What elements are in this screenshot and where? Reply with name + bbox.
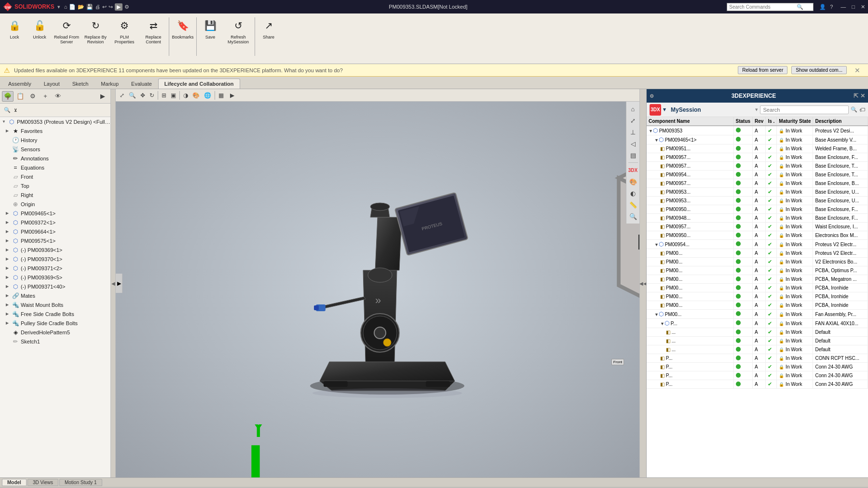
search-bar[interactable]: 🔍 <box>727 3 814 11</box>
table-row[interactable]: ◧ PM00957...A✔🔒 In WorkBase Enclosure, F… <box>647 153 868 162</box>
display-style-btn[interactable]: ◑ <box>181 90 190 101</box>
table-row[interactable]: ▼⬡ PM00...A✔🔒 In WorkFan Assembly, Pr... <box>647 310 868 319</box>
table-row[interactable]: ◧ PM00950...A✔🔒 In WorkElectronics Box M… <box>647 231 868 240</box>
redo-icon[interactable]: ↪ <box>108 4 113 10</box>
property-manager-btn[interactable]: 📋 <box>14 91 26 102</box>
reload-server-button[interactable]: ⟳ Reload From Server <box>52 15 81 47</box>
tree-item-waist-bolts[interactable]: ▶ 🔩 Waist Mount Bolts <box>0 300 110 309</box>
share-button[interactable]: ↗ Share <box>256 15 281 42</box>
search-input[interactable] <box>729 4 797 10</box>
tree-item-pm009372[interactable]: ▶ ⬡ PM009372<1> <box>0 218 110 227</box>
open-icon[interactable]: 📂 <box>78 4 84 10</box>
bottom-tab-3d-views[interactable]: 3D Views <box>27 479 58 486</box>
row-expand-icon[interactable]: ▼ <box>660 321 665 326</box>
close-btn[interactable]: ✕ <box>861 4 865 10</box>
expand-arrow-btn[interactable]: ▶ <box>97 91 108 102</box>
section-view-btn[interactable]: ▦ <box>217 90 226 101</box>
help-icon[interactable]: ? <box>830 4 833 10</box>
table-row[interactable]: ◧ PM00953...A✔🔒 In WorkBase Enclosure, U… <box>647 197 868 205</box>
pan-btn[interactable]: ✥ <box>138 90 147 101</box>
row-expand-icon[interactable]: ▼ <box>654 242 659 247</box>
table-row[interactable]: ◧ PM00951...A✔🔒 In WorkWelded Frame, B..… <box>647 145 868 153</box>
tab-assembly[interactable]: Assembly <box>2 79 38 89</box>
table-row[interactable]: ◧ PM00953...A✔🔒 In WorkBase Enclosure, U… <box>647 188 868 197</box>
tree-item-derived[interactable]: ◈ DerivedHolePattern5 <box>0 328 110 337</box>
tree-item-equations[interactable]: = Equations <box>0 163 110 172</box>
tree-item-sketch1[interactable]: ✏ Sketch1 <box>0 337 110 346</box>
tree-item-favorites[interactable]: ▶ ★ Favorites <box>0 126 110 135</box>
undo-icon[interactable]: ↩ <box>102 4 107 10</box>
tab-sketch[interactable]: Sketch <box>66 79 95 89</box>
tree-root[interactable]: ▼ ⬡ PM009353 (Proteus V2 Design) <Full S… <box>0 117 110 126</box>
table-row[interactable]: ◧ PM00957...A✔🔒 In WorkBase Enclosure, T… <box>647 162 868 171</box>
right-search-icon[interactable]: 🔍 <box>851 106 857 113</box>
zoom-fit-btn[interactable]: ⤢ <box>118 90 126 101</box>
table-row[interactable]: ◧ PM00950...A✔🔒 In WorkBase Enclosure, F… <box>647 205 868 214</box>
tree-item-mates[interactable]: ▶ 🔗 Mates <box>0 291 110 300</box>
tree-item-pm009371b[interactable]: ▶ ⬡ (-) PM009371<40> <box>0 282 110 291</box>
table-row[interactable]: ◧ PM00948...A✔🔒 In WorkBase Enclosure, F… <box>647 214 868 223</box>
right-panel-settings-icon[interactable]: ⚙ <box>650 93 654 99</box>
notif-close-btn[interactable]: ✕ <box>851 66 864 75</box>
table-row[interactable]: ◧ PM00...A✔🔒 In WorkPCBA, Optimus P... <box>647 266 868 275</box>
table-row[interactable]: ◧ ...A✔🔒 In WorkDefault <box>647 345 868 354</box>
tree-item-front[interactable]: ▱ Front <box>0 172 110 181</box>
options-icon[interactable]: ⚙ <box>124 4 129 10</box>
refresh-button[interactable]: ↺ Refresh MySession <box>223 15 254 47</box>
user-icon[interactable]: 👤 <box>819 4 826 10</box>
3dx-display-btn[interactable]: 3DX <box>628 165 638 175</box>
tree-item-top[interactable]: ▱ Top <box>0 181 110 190</box>
table-row[interactable]: ◧ ...A✔🔒 In WorkDefault <box>647 328 868 337</box>
zoom-to-fit-btn[interactable]: ⤢ <box>628 115 638 126</box>
table-row[interactable]: ◧ P...A✔🔒 In WorkConn 24-30 AWG <box>647 380 868 389</box>
table-row[interactable]: ◧ PM00...A✔🔒 In WorkPCBA, Ironhide <box>647 301 868 310</box>
palette-btn[interactable]: 🎨 <box>628 176 638 187</box>
tree-item-free-side[interactable]: ▶ 🔩 Free Side Cradle Bolts <box>0 309 110 318</box>
home-view-btn[interactable]: ⌂ <box>628 104 638 114</box>
table-row[interactable]: ◧ PM00957...A✔🔒 In WorkBase Enclosure, B… <box>647 179 868 188</box>
row-expand-icon[interactable]: ▼ <box>654 312 659 317</box>
table-row[interactable]: ▼⬡ PM00954...A✔🔒 In WorkProteus V2 Elect… <box>647 240 868 249</box>
view-orient-btn[interactable]: ⊞ <box>160 90 168 101</box>
tree-item-pm009664[interactable]: ▶ ⬡ PM009664<1> <box>0 227 110 236</box>
tree-item-pm009370[interactable]: ▶ ⬡ (-) PM009370<1> <box>0 254 110 264</box>
table-row[interactable]: ▼⬡ P...A✔🔒 In WorkFAN AXIAL 40X10... <box>647 319 868 328</box>
rotate-btn[interactable]: ↻ <box>148 90 156 101</box>
minimize-btn[interactable]: — <box>841 4 846 10</box>
replace-content-button[interactable]: ⇄ Replace Content <box>139 15 168 47</box>
dim-expert-btn[interactable]: + <box>40 91 51 102</box>
table-row[interactable]: ◧ PM00954...A✔🔒 In WorkBase Enclosure, T… <box>647 171 868 179</box>
view-selector-btn[interactable]: ▤ <box>628 150 638 160</box>
tree-item-right[interactable]: ▱ Right <box>0 190 110 199</box>
3d-viewport[interactable]: PROTEUS » <box>116 89 639 477</box>
tree-item-history[interactable]: 🕐 History <box>0 135 110 145</box>
table-row[interactable]: ◧ PM00...A✔🔒 In WorkProteus V2 Electr... <box>647 249 868 258</box>
edit-appearance-btn[interactable]: 🎨 <box>190 90 202 101</box>
tree-item-pm009369a[interactable]: ▶ ⬡ (-) PM009369<1> <box>0 245 110 254</box>
replace-revision-button[interactable]: ↻ Replace By Revision <box>81 15 110 47</box>
tab-markup[interactable]: Markup <box>95 79 125 89</box>
play-icon[interactable]: ▶ <box>115 3 122 11</box>
row-expand-icon[interactable]: ▼ <box>654 138 659 143</box>
right-panel-tag-icon[interactable]: 🏷 <box>859 106 865 113</box>
tree-item-pulley-side[interactable]: ▶ 🔩 Pulley Side Cradle Bolts <box>0 318 110 328</box>
right-search-input[interactable] <box>760 106 849 114</box>
right-splitter[interactable]: ◀◀ <box>639 89 646 477</box>
maximize-btn[interactable]: □ <box>852 4 855 10</box>
right-panel-expand-icon[interactable]: ⇱ <box>854 92 858 99</box>
magnify-btn[interactable]: 🔍 <box>628 211 638 222</box>
new-icon[interactable]: 📄 <box>69 4 76 10</box>
table-row[interactable]: ◧ PM00...A✔🔒 In WorkPCBA, Ironhide <box>647 292 868 301</box>
section-btn[interactable]: ◐ <box>628 188 638 198</box>
view-front-cube-btn[interactable]: Front <box>611 359 624 365</box>
table-row[interactable]: ◧ PM00...A✔🔒 In WorkPCBA, Megatron ... <box>647 275 868 284</box>
table-row[interactable]: ◧ P...A✔🔒 In WorkConn 24-30 AWG <box>647 363 868 371</box>
search-tree-btn[interactable]: 🔍 <box>2 106 13 115</box>
reload-server-notif-btn[interactable]: Reload from server <box>738 66 787 74</box>
bottom-tab-model[interactable]: Model <box>2 479 27 486</box>
tree-item-origin[interactable]: ⊕ Origin <box>0 199 110 209</box>
row-expand-icon[interactable]: ▼ <box>649 129 653 133</box>
normal-to-btn[interactable]: ⊥ <box>628 127 638 137</box>
tree-item-annotations[interactable]: ✏ Annotations <box>0 154 110 163</box>
table-row[interactable]: ◧ P...A✔🔒 In WorkCONN RCPT HSC... <box>647 354 868 363</box>
